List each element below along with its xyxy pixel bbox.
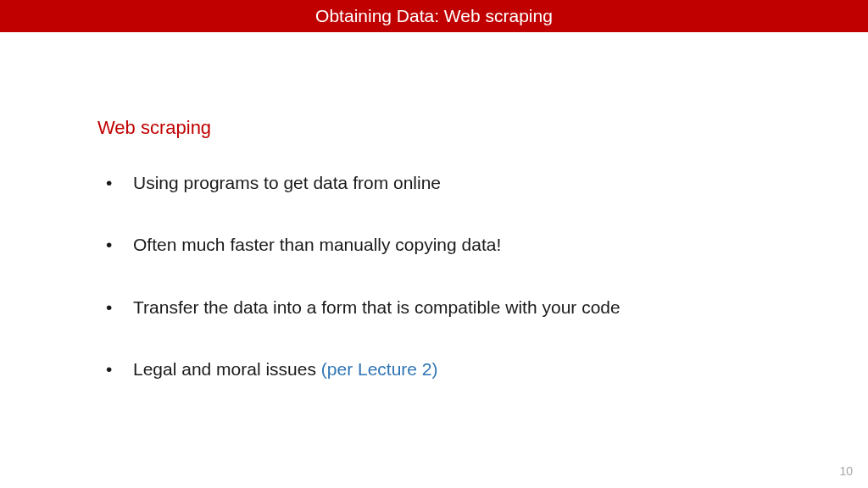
page-number: 10 bbox=[839, 464, 853, 478]
bullet-text: Often much faster than manually copying … bbox=[133, 235, 501, 254]
list-item: Transfer the data into a form that is co… bbox=[97, 296, 771, 319]
bullet-link: (per Lecture 2) bbox=[321, 359, 438, 379]
list-item: Often much faster than manually copying … bbox=[97, 233, 771, 256]
bullet-list: Using programs to get data from online O… bbox=[97, 171, 771, 380]
bullet-text: Using programs to get data from online bbox=[133, 173, 441, 192]
bullet-text: Legal and moral issues bbox=[133, 359, 321, 379]
bullet-text: Transfer the data into a form that is co… bbox=[133, 297, 620, 317]
slide-content: Web scraping Using programs to get data … bbox=[0, 32, 868, 380]
list-item: Using programs to get data from online bbox=[97, 171, 771, 194]
header-bar: Obtaining Data: Web scraping bbox=[0, 0, 868, 32]
section-heading: Web scraping bbox=[97, 117, 771, 139]
list-item: Legal and moral issues (per Lecture 2) bbox=[97, 358, 771, 380]
slide-title: Obtaining Data: Web scraping bbox=[315, 6, 553, 26]
